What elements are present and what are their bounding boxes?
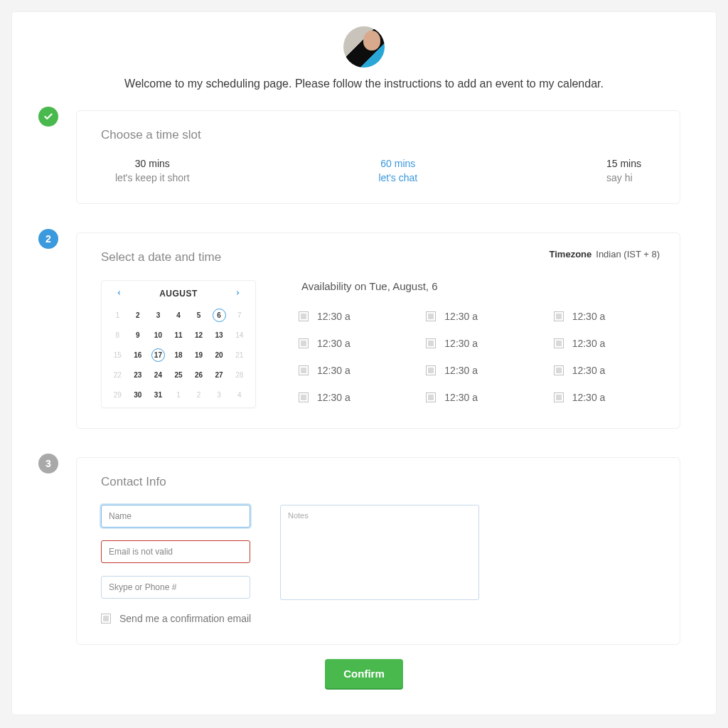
- timeslot-subtitle: let's chat: [378, 172, 417, 183]
- chevron-right-icon: [235, 289, 241, 297]
- time-checkbox[interactable]: [554, 338, 564, 348]
- calendar-day[interactable]: 2: [128, 305, 149, 325]
- timeslot-option[interactable]: 15 minssay hi: [606, 158, 641, 183]
- calendar-day[interactable]: 16: [128, 345, 149, 365]
- time-checkbox[interactable]: [299, 338, 309, 348]
- chevron-left-icon: [116, 289, 122, 297]
- time-option[interactable]: 12:30 a: [299, 392, 400, 403]
- calendar-next-button[interactable]: [231, 288, 245, 299]
- time-label: 12:30 a: [317, 365, 350, 376]
- calendar-day[interactable]: 4: [168, 305, 189, 325]
- time-checkbox[interactable]: [426, 338, 436, 348]
- time-label: 12:30 a: [444, 365, 478, 376]
- timeslot-option[interactable]: 60 minslet's chat: [378, 158, 417, 183]
- time-label: 12:30 a: [444, 392, 478, 403]
- step-2-datetime: 2 Select a date and time TimezoneIndian …: [76, 232, 680, 429]
- timeslot-subtitle: let's keep it short: [115, 172, 190, 183]
- calendar-day: 7: [229, 305, 250, 325]
- step-3-badge: 3: [38, 454, 58, 473]
- time-label: 12:30 a: [317, 311, 350, 322]
- confirmation-label: Send me a confirmation email: [119, 613, 251, 624]
- time-label: 12:30 a: [444, 311, 478, 322]
- time-label: 12:30 a: [444, 338, 478, 349]
- timezone-value: Indian (IST + 8): [596, 249, 660, 259]
- timeslot-subtitle: say hi: [606, 172, 641, 183]
- time-option[interactable]: 12:30 a: [426, 338, 528, 349]
- calendar-day[interactable]: 25: [168, 365, 189, 385]
- timezone-label: Timezone: [550, 249, 592, 259]
- welcome-text: Welcome to my scheduling page. Please fo…: [48, 77, 680, 90]
- host-avatar: [343, 26, 385, 68]
- step-3-title: Contact Info: [101, 475, 655, 489]
- time-checkbox[interactable]: [554, 365, 564, 375]
- time-label: 12:30 a: [317, 338, 350, 349]
- time-option[interactable]: 12:30 a: [554, 311, 655, 322]
- calendar-day: 29: [107, 385, 128, 405]
- time-checkbox[interactable]: [554, 392, 564, 402]
- calendar-day: 22: [107, 365, 128, 385]
- time-checkbox[interactable]: [426, 311, 436, 321]
- notes-textarea[interactable]: Notes: [280, 505, 479, 600]
- calendar-day: 4: [229, 385, 250, 405]
- time-option[interactable]: 12:30 a: [554, 365, 655, 376]
- calendar-day: 1: [168, 385, 189, 405]
- calendar-day[interactable]: 23: [128, 365, 149, 385]
- calendar-day[interactable]: 18: [168, 345, 189, 365]
- time-option[interactable]: 12:30 a: [426, 365, 528, 376]
- calendar-day: 2: [188, 385, 209, 405]
- time-label: 12:30 a: [572, 365, 606, 376]
- step-2-badge: 2: [38, 229, 58, 249]
- calendar-day[interactable]: 12: [188, 325, 209, 345]
- time-checkbox[interactable]: [299, 392, 309, 402]
- time-option[interactable]: 12:30 a: [426, 311, 528, 322]
- step-1-timeslot: Choose a time slot 30 minslet's keep it …: [76, 110, 680, 204]
- time-checkbox[interactable]: [426, 365, 436, 375]
- check-icon: [43, 112, 53, 122]
- time-label: 12:30 a: [572, 311, 606, 322]
- phone-input[interactable]: Skype or Phone #: [101, 576, 250, 599]
- time-option[interactable]: 12:30 a: [554, 392, 655, 403]
- timezone-display[interactable]: TimezoneIndian (IST + 8): [550, 249, 660, 259]
- time-option[interactable]: 12:30 a: [554, 338, 655, 349]
- confirmation-checkbox[interactable]: [101, 614, 111, 623]
- calendar: AUGUST 123456789101112131415161718192021…: [101, 280, 256, 408]
- email-input[interactable]: Email is not valid: [101, 540, 250, 563]
- calendar-day[interactable]: 13: [209, 325, 230, 345]
- calendar-day[interactable]: 24: [148, 365, 168, 385]
- calendar-day[interactable]: 5: [188, 305, 209, 325]
- calendar-day[interactable]: 11: [168, 325, 189, 345]
- time-checkbox[interactable]: [426, 392, 436, 402]
- calendar-day[interactable]: 30: [128, 385, 149, 405]
- calendar-day: 14: [229, 325, 250, 345]
- calendar-day[interactable]: 27: [209, 365, 230, 385]
- timeslot-duration: 60 mins: [378, 158, 417, 169]
- calendar-day[interactable]: 26: [188, 365, 209, 385]
- calendar-day[interactable]: 17: [148, 345, 168, 365]
- time-checkbox[interactable]: [299, 311, 309, 321]
- step-3-contact: 3 Contact Info Name Email is not valid S…: [76, 457, 680, 645]
- calendar-day[interactable]: 20: [209, 345, 230, 365]
- calendar-day[interactable]: 19: [188, 345, 209, 365]
- confirm-button[interactable]: Confirm: [325, 659, 403, 688]
- calendar-prev-button[interactable]: [112, 288, 126, 299]
- time-label: 12:30 a: [572, 338, 606, 349]
- step-1-title: Choose a time slot: [101, 128, 655, 142]
- time-option[interactable]: 12:30 a: [299, 338, 400, 349]
- calendar-day[interactable]: 3: [148, 305, 168, 325]
- calendar-day: 8: [107, 325, 128, 345]
- calendar-day[interactable]: 31: [148, 385, 168, 405]
- calendar-day: 28: [229, 365, 250, 385]
- time-option[interactable]: 12:30 a: [299, 311, 400, 322]
- calendar-day: 15: [107, 345, 128, 365]
- time-checkbox[interactable]: [554, 311, 564, 321]
- time-checkbox[interactable]: [299, 365, 309, 375]
- calendar-day[interactable]: 6: [209, 305, 230, 325]
- calendar-day: 21: [229, 345, 250, 365]
- calendar-day: 1: [107, 305, 128, 325]
- timeslot-option[interactable]: 30 minslet's keep it short: [115, 158, 190, 183]
- calendar-day[interactable]: 10: [148, 325, 168, 345]
- time-option[interactable]: 12:30 a: [299, 365, 400, 376]
- calendar-day[interactable]: 9: [128, 325, 149, 345]
- time-option[interactable]: 12:30 a: [426, 392, 528, 403]
- name-input[interactable]: Name: [101, 505, 250, 528]
